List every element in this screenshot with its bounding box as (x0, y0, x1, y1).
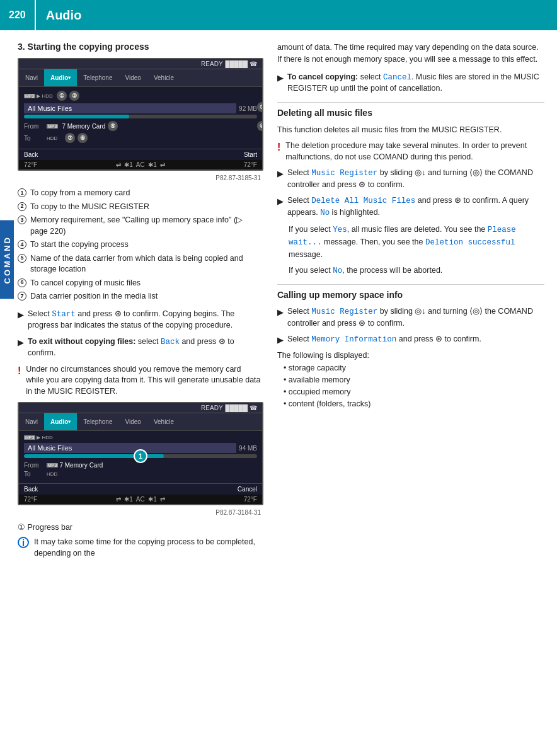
annotation-2-screen1: ② (69, 91, 79, 101)
nav-video-2[interactable]: Video (119, 413, 147, 430)
start-btn-1[interactable]: Start (244, 151, 257, 158)
num-5: 5 (18, 254, 26, 263)
bullet-exit-text: To exit without copying files: select Ba… (28, 336, 261, 359)
nav-telephone-1[interactable]: Telephone (77, 69, 118, 86)
section-divider-2 (277, 284, 544, 285)
yes-link: Yes (333, 226, 347, 234)
back-btn-1[interactable]: Back (24, 151, 38, 158)
sidebar-label: COMAND (0, 220, 14, 299)
num-4: 4 (18, 240, 26, 249)
bullet-exit: ▶ To exit without copying files: select … (18, 336, 261, 359)
progress-label: ① Progress bar (18, 522, 261, 532)
all-music-files-row-2: All Music Files (24, 443, 236, 453)
para-yes: If you select Yes, all music files are d… (289, 224, 544, 260)
figure-ref-1: P82.87-3185-31 (18, 175, 261, 181)
cancel-bold: To cancel copying: (287, 72, 358, 81)
list-item-6: 6 To cancel copying of music files (18, 278, 261, 289)
screen-nav-bar-1: Navi Audio ▾ Telephone Video Vehicle (19, 69, 262, 87)
bullet-mr2-text: Select Music Register by sliding ◎↓ and … (287, 306, 544, 329)
all-music-files-row: All Music Files (24, 103, 236, 113)
annotation-7-screen1: ⑦ (65, 133, 75, 143)
bullet-music-register: ▶ Select Music Register by sliding ◎↓ an… (277, 168, 544, 190)
arrow-icon-4: ▶ (277, 196, 284, 207)
back-btn-2[interactable]: Back (24, 486, 38, 493)
para-no: If you select No, the process will be ab… (289, 265, 544, 277)
bullet-cancel-text: To cancel copying: select Cancel. Music … (287, 72, 544, 94)
bullet-memory-info: ▶ Select Memory Information and press ⊛ … (277, 334, 544, 346)
progress-bar-1 (24, 115, 257, 118)
figure-ref-2: P82.87-3184-31 (18, 509, 261, 516)
nav-navi-1[interactable]: Navi (19, 69, 44, 86)
numbered-list: 1 To copy from a memory card 2 To copy t… (18, 188, 261, 302)
list-item-3: 3 Memory requirement, see "Calling up me… (18, 215, 261, 237)
section-divider-1 (277, 102, 544, 103)
to-row-2: To HDD (24, 471, 257, 478)
screen-top-bar: READY █████ ☎ (19, 59, 262, 69)
right-column: amount of data. The time required may va… (271, 42, 557, 564)
temp-left-2: 72°F (24, 496, 37, 503)
bullet-delete-text: Select Delete All Music Files and press … (287, 195, 544, 219)
ready-text: READY (201, 60, 222, 67)
annotation-3-screen1: ③ (257, 102, 263, 112)
section2-intro: This function deletes all music files fr… (277, 124, 544, 136)
warning-block-2: ! The deletion procedure may take severa… (277, 140, 544, 163)
arrow-icon-5: ▶ (277, 307, 284, 318)
section-heading-3: Calling up memory space info (277, 290, 544, 300)
page-title: Audio (36, 8, 82, 23)
exit-bold: To exit without copying files: (28, 337, 135, 346)
screen-mockup-2: READY █████ ☎ Navi Audio ▾ Telephone Vid… (18, 402, 263, 505)
num-1: 1 (18, 188, 26, 197)
nav-telephone-2[interactable]: Telephone (77, 413, 118, 430)
nav-video-1[interactable]: Video (119, 69, 147, 86)
start-link: Start (52, 310, 76, 319)
warning-icon-2: ! (277, 140, 280, 154)
from-value-2: 7 Memory Card (59, 462, 103, 469)
arrow-icon-6: ▶ (277, 335, 284, 346)
screen-body-1: MP3 ▶ HDD ① ② All Music Files ③ 92 MB (19, 87, 262, 149)
nav-vehicle-1[interactable]: Vehicle (147, 69, 180, 86)
page-number: 220 (0, 0, 36, 30)
display-item-4: content (folders, tracks) (284, 398, 544, 410)
phone-icon-2: ☎ (250, 404, 257, 411)
temp-left-1: 72°F (24, 161, 37, 168)
content-area: 3. Starting the copying process READY ██… (0, 30, 557, 564)
screen-bottom-bar-1: Back Start (19, 149, 262, 160)
annotation-4-screen1: ④ (257, 121, 263, 131)
nav-audio-1[interactable]: Audio ▾ (44, 69, 77, 86)
nav-navi-2[interactable]: Navi (19, 413, 44, 430)
arrow-icon-2: ▶ (18, 337, 24, 348)
screen-status-bar-2: 72°F ⇄ ✱1 AC ✱1 ⇄ 72°F (19, 495, 262, 504)
from-value-1: 7 Memory Card (62, 123, 105, 130)
section-heading-1: 3. Starting the copying process (18, 42, 261, 52)
no-link-2: No (333, 266, 342, 275)
ready-text-2: READY (201, 404, 222, 411)
display-item-3: occupied memory (284, 386, 544, 398)
num-6: 6 (18, 278, 26, 287)
deletion-successful-mono: Deletion successful (425, 238, 515, 247)
cancel-btn-2[interactable]: Cancel (238, 486, 257, 493)
phone-icon: ☎ (250, 60, 257, 67)
section-heading-2: Deleting all music files (277, 108, 544, 118)
info-block-1: i It may take some time for the copying … (18, 537, 261, 559)
warning-text-1: Under no circumstances should you remove… (26, 364, 261, 398)
list-item-1: 1 To copy from a memory card (18, 188, 261, 199)
annotation-1-screen2: 1 (134, 449, 147, 463)
annotation-1-screen1: ① (57, 91, 67, 101)
nav-vehicle-2[interactable]: Vehicle (147, 413, 180, 430)
info-continued: amount of data. The time required may va… (277, 42, 544, 66)
memory-info-link: Memory Information (311, 335, 396, 344)
num-3: 3 (18, 215, 26, 224)
list-item-2: 2 To copy to the MUSIC REGISTER (18, 202, 261, 213)
no-link-1: No (320, 209, 330, 217)
cancel-link: Cancel (383, 73, 411, 82)
display-items-list: storage capacity available memory occupi… (284, 362, 544, 410)
back-link: Back (161, 338, 180, 346)
to-label-2: To (24, 471, 47, 478)
item-5-text: Name of the data carrier from which data… (30, 253, 261, 275)
music-register-link-2: Music Register (311, 307, 377, 316)
screen-top-bar-2: READY █████ ☎ (19, 403, 262, 413)
temp-right-2: 72°F (244, 496, 257, 503)
nav-audio-2[interactable]: Audio ▾ (44, 413, 77, 430)
annotation-6-screen1: ⑥ (78, 133, 88, 143)
bullet-start-text: Select Start and press ⊛ to confirm. Cop… (28, 309, 261, 331)
